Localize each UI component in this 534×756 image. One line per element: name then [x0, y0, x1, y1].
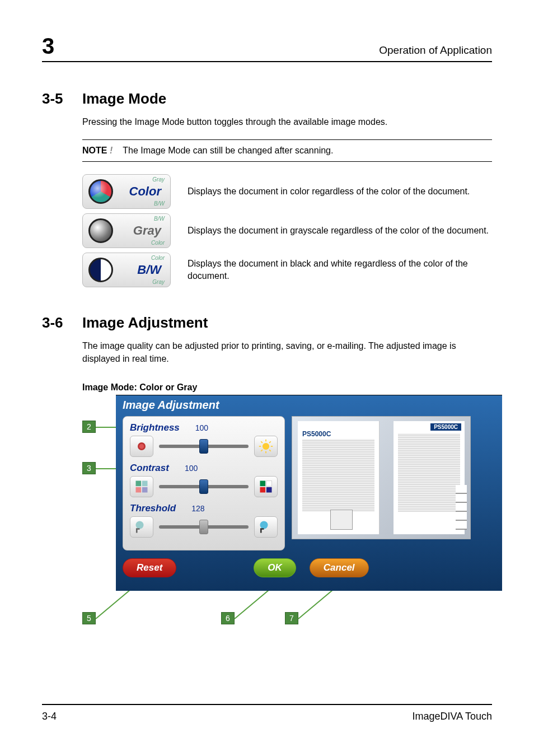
- gray-mode-button[interactable]: Gray B/W Color: [82, 213, 171, 248]
- brightness-slider[interactable]: [159, 445, 249, 448]
- note-label: NOTE !: [82, 146, 113, 156]
- subheading: Image Mode: Color or Gray: [82, 382, 492, 393]
- image-mode-list: Color Gray B/W Displays the document in …: [82, 174, 492, 292]
- svg-rect-18: [266, 487, 272, 492]
- callout-line: [234, 586, 273, 619]
- mode-label: B/W: [119, 263, 165, 277]
- brightness-label: Brightness: [130, 422, 180, 433]
- callout-7: 7: [285, 612, 298, 624]
- threshold-high-icon: [258, 519, 274, 535]
- svg-rect-13: [136, 487, 142, 492]
- threshold-group: Threshold 128: [130, 503, 278, 538]
- product-name: ImageDIVA Touch: [413, 711, 492, 722]
- svg-rect-15: [260, 480, 266, 486]
- page-number: 3-4: [42, 711, 57, 722]
- callout-5: 5: [82, 612, 96, 624]
- page-header: 3 Operation of Application: [42, 34, 492, 62]
- contrast-group: Contrast 100: [130, 463, 278, 497]
- svg-rect-16: [266, 480, 272, 486]
- preview-pane: PS5000C PS5000C: [292, 416, 471, 539]
- svg-point-2: [263, 442, 269, 449]
- chapter-number: 3: [42, 34, 54, 59]
- image-adjustment-figure: 1 2 3 5 6 7 Image Adjustment Brightness …: [82, 395, 492, 619]
- mode-sub-top: B/W: [154, 216, 165, 222]
- mode-label: Color: [119, 184, 165, 199]
- mode-sub-top: Color: [151, 255, 165, 261]
- note-text: The Image Mode can still be changed afte…: [123, 146, 333, 156]
- bw-mode-button[interactable]: B/W Color Gray: [82, 253, 171, 287]
- threshold-low-icon: [134, 519, 149, 535]
- bw-circle-icon: [88, 258, 113, 282]
- note-box: NOTE ! The Image Mode can still be chang…: [82, 139, 492, 162]
- svg-line-9: [261, 450, 263, 451]
- callout-6: 6: [221, 612, 235, 624]
- grayscale-sphere-icon: [88, 218, 113, 243]
- contrast-low-icon: [134, 479, 149, 494]
- section-heading-3-5: 3-5 Image Mode: [42, 90, 492, 108]
- mode-label: Gray: [119, 223, 165, 238]
- contrast-label: Contrast: [130, 463, 169, 474]
- contrast-decrease-button[interactable]: [130, 476, 153, 497]
- slider-panel: Brightness 100 Con: [123, 416, 285, 550]
- section-number: 3-5: [42, 90, 82, 108]
- brightness-group: Brightness 100: [130, 422, 278, 457]
- mode-description: Displays the document in grayscale regar…: [188, 225, 492, 237]
- mode-description: Displays the document in black and white…: [188, 258, 492, 283]
- chapter-title: Operation of Application: [379, 44, 492, 57]
- svg-line-8: [269, 450, 271, 451]
- image-adjustment-panel: Image Adjustment Brightness 100: [116, 395, 502, 591]
- section-intro: The image quality can be adjusted prior …: [82, 339, 492, 365]
- threshold-slider[interactable]: [159, 525, 249, 529]
- svg-line-10: [269, 441, 271, 443]
- contrast-value: 100: [185, 464, 198, 473]
- mode-sub-top: Gray: [152, 176, 165, 183]
- cancel-button[interactable]: Cancel: [310, 558, 369, 577]
- threshold-value: 128: [191, 504, 204, 513]
- threshold-label: Threshold: [130, 503, 176, 514]
- image-mode-row: B/W Color Gray Displays the document in …: [82, 253, 492, 287]
- svg-point-20: [260, 521, 268, 529]
- section-title: Image Mode: [82, 90, 166, 108]
- contrast-high-icon: [258, 479, 274, 494]
- svg-rect-12: [142, 480, 148, 486]
- image-mode-row: Gray B/W Color Displays the document in …: [82, 213, 492, 248]
- brightness-increase-button[interactable]: [254, 436, 278, 457]
- mode-sub-bottom: Color: [151, 240, 165, 246]
- svg-line-7: [261, 441, 263, 443]
- svg-rect-11: [136, 480, 142, 486]
- brightness-decrease-button[interactable]: [130, 436, 153, 457]
- preview-badge: PS5000C: [430, 423, 461, 431]
- preview-page-title: PS5000C: [302, 430, 331, 438]
- section-intro: Pressing the Image Mode button toggles t…: [82, 115, 492, 128]
- mode-sub-bottom: B/W: [154, 200, 165, 207]
- threshold-decrease-button[interactable]: [130, 516, 153, 538]
- ok-button[interactable]: OK: [254, 558, 296, 577]
- contrast-increase-button[interactable]: [254, 476, 278, 497]
- callout-line: [298, 586, 337, 619]
- callout-3: 3: [82, 462, 96, 474]
- mode-description: Displays the document in color regardles…: [188, 185, 492, 198]
- color-wheel-icon: [88, 179, 113, 204]
- svg-rect-14: [142, 487, 148, 492]
- svg-point-1: [139, 444, 144, 449]
- svg-rect-17: [260, 487, 266, 492]
- callout-2: 2: [82, 421, 96, 433]
- section-title: Image Adjustment: [82, 314, 208, 332]
- sun-bright-icon: [258, 438, 274, 454]
- mode-sub-bottom: Gray: [152, 279, 165, 285]
- panel-button-row: Reset OK Cancel: [123, 550, 495, 577]
- page-footer: 3-4 ImageDIVA Touch: [42, 704, 492, 722]
- svg-point-19: [136, 521, 144, 529]
- threshold-increase-button[interactable]: [254, 516, 278, 538]
- color-mode-button[interactable]: Color Gray B/W: [82, 174, 171, 209]
- reset-button[interactable]: Reset: [123, 558, 176, 577]
- sun-dark-icon: [134, 438, 149, 454]
- image-mode-row: Color Gray B/W Displays the document in …: [82, 174, 492, 209]
- section-number: 3-6: [42, 314, 82, 332]
- brightness-value: 100: [195, 423, 208, 432]
- contrast-slider[interactable]: [159, 485, 249, 488]
- section-heading-3-6: 3-6 Image Adjustment: [42, 314, 492, 332]
- panel-title: Image Adjustment: [123, 399, 495, 412]
